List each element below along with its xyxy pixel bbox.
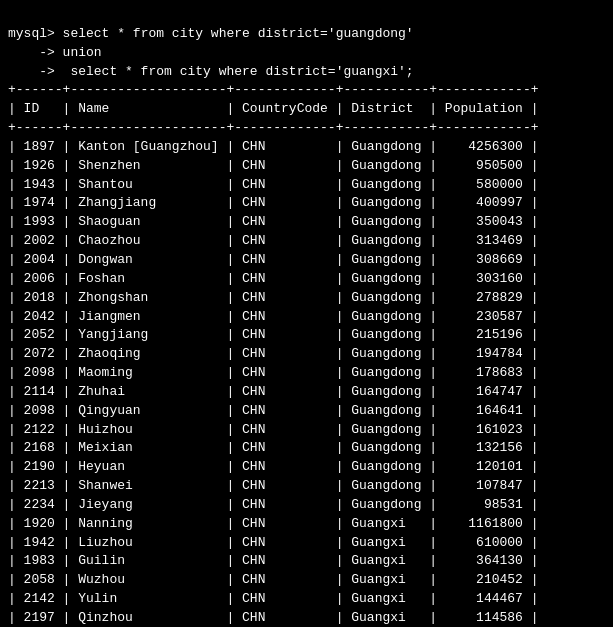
table-row: | 1943 | Shantou | CHN | Guangdong | 580… bbox=[8, 177, 539, 192]
terminal-window: mysql> select * from city where district… bbox=[8, 6, 605, 627]
table-row: | 2072 | Zhaoqing | CHN | Guangdong | 19… bbox=[8, 346, 539, 361]
table-row: | 2122 | Huizhou | CHN | Guangdong | 161… bbox=[8, 422, 539, 437]
data-rows-container: | 1897 | Kanton [Guangzhou] | CHN | Guan… bbox=[8, 139, 539, 627]
table-row: | 2234 | Jieyang | CHN | Guangdong | 985… bbox=[8, 497, 539, 512]
table-row: | 1974 | Zhangjiang | CHN | Guangdong | … bbox=[8, 195, 539, 210]
prompt-line1: mysql> select * from city where district… bbox=[8, 26, 414, 41]
separator-header: +------+--------------------+-----------… bbox=[8, 120, 539, 135]
table-row: | 1897 | Kanton [Guangzhou] | CHN | Guan… bbox=[8, 139, 539, 154]
table-row: | 2142 | Yulin | CHN | Guangxi | 144467 … bbox=[8, 591, 539, 606]
table-row: | 1942 | Liuzhou | CHN | Guangxi | 61000… bbox=[8, 535, 539, 550]
table-row: | 2002 | Chaozhou | CHN | Guangdong | 31… bbox=[8, 233, 539, 248]
table-row: | 2098 | Qingyuan | CHN | Guangdong | 16… bbox=[8, 403, 539, 418]
table-row: | 1983 | Guilin | CHN | Guangxi | 364130… bbox=[8, 553, 539, 568]
table-row: | 2018 | Zhongshan | CHN | Guangdong | 2… bbox=[8, 290, 539, 305]
table-row: | 1926 | Shenzhen | CHN | Guangdong | 95… bbox=[8, 158, 539, 173]
table-row: | 2006 | Foshan | CHN | Guangdong | 3031… bbox=[8, 271, 539, 286]
table-row: | 2114 | Zhuhai | CHN | Guangdong | 1647… bbox=[8, 384, 539, 399]
table-row: | 2042 | Jiangmen | CHN | Guangdong | 23… bbox=[8, 309, 539, 324]
separator-top: +------+--------------------+-----------… bbox=[8, 82, 539, 97]
table-row: | 2058 | Wuzhou | CHN | Guangxi | 210452… bbox=[8, 572, 539, 587]
table-row: | 2190 | Heyuan | CHN | Guangdong | 1201… bbox=[8, 459, 539, 474]
table-row: | 2197 | Qinzhou | CHN | Guangxi | 11458… bbox=[8, 610, 539, 625]
prompt-line2: -> union bbox=[8, 45, 102, 60]
table-row: | 2004 | Dongwan | CHN | Guangdong | 308… bbox=[8, 252, 539, 267]
table-row: | 1993 | Shaoguan | CHN | Guangdong | 35… bbox=[8, 214, 539, 229]
table-row: | 1920 | Nanning | CHN | Guangxi | 11618… bbox=[8, 516, 539, 531]
table-header: | ID | Name | CountryCode | District | P… bbox=[8, 101, 539, 116]
table-row: | 2213 | Shanwei | CHN | Guangdong | 107… bbox=[8, 478, 539, 493]
table-row: | 2052 | Yangjiang | CHN | Guangdong | 2… bbox=[8, 327, 539, 342]
prompt-line3: -> select * from city where district='gu… bbox=[8, 64, 414, 79]
table-row: | 2098 | Maoming | CHN | Guangdong | 178… bbox=[8, 365, 539, 380]
table-row: | 2168 | Meixian | CHN | Guangdong | 132… bbox=[8, 440, 539, 455]
